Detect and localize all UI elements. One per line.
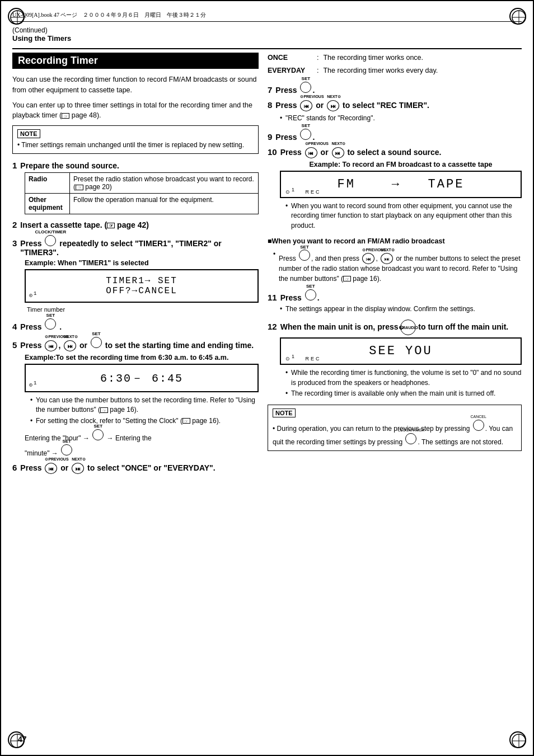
- step-3-header: 3 Press CLOCK/TIMER repeatedly to select…: [12, 235, 259, 257]
- fm-tape-display: FM → TAPE ⊙1 REC: [280, 171, 522, 198]
- step-5-title: Press ⊙PREVIOUS ⏮ , NEXT⊙ ⏭ or SET: [20, 337, 254, 351]
- step-7: 7 Press SET .: [268, 82, 522, 95]
- header-text: (Continued) Using the Timers: [12, 26, 71, 43]
- step-2-header: 2 Insert a cassette tape. (☞ page 42): [12, 220, 259, 229]
- step-3-example-label: Example: When "TIMER1" is selected: [25, 259, 259, 267]
- corner-br: [509, 731, 526, 748]
- once-label: ONCE: [268, 53, 312, 63]
- everyday-sep: :: [317, 65, 318, 76]
- right-column: ONCE : The recording timer works once. E…: [268, 53, 522, 480]
- step-6-num: 6: [12, 463, 17, 472]
- step-6-title: Press ⊙PREVIOUS ⏮ or NEXT⊙ ⏭ to select "…: [20, 463, 215, 474]
- bullet-item: While the recording timer is functioning…: [285, 368, 522, 388]
- step-1: 1 Prepare the sound source. Radio Preset…: [12, 161, 259, 214]
- note-label-right: NOTE: [273, 408, 296, 417]
- step-5-bullets: You can use the number buttons to set th…: [30, 396, 259, 426]
- step-9: 9 Press SET .: [268, 129, 522, 142]
- top-bar: UX-Q09[A].book 47 ページ ２０００４年９月６日 月曜日 午後３…: [12, 11, 522, 22]
- step-11-num: 11: [268, 293, 277, 302]
- corner-tl: [8, 8, 25, 25]
- note-text-left: • Timer settings remain unchanged until …: [17, 140, 254, 150]
- left-column: Recording Timer You can use the recordin…: [12, 53, 259, 480]
- step-4: 4 Press SET .: [12, 318, 259, 331]
- step-4-num: 4: [12, 322, 17, 331]
- step-8-title: Press ⊙PREVIOUS ⏮ or NEXT⊙ ⏭ to select "…: [275, 100, 429, 111]
- step-3-display: TIMER1→ SET OFF?→CANCEL ⊙1: [25, 269, 259, 303]
- note-box-left: NOTE • Timer settings remain unchanged u…: [12, 125, 259, 154]
- everyday-text: The recording timer works every day.: [323, 65, 438, 76]
- corner-tr: [509, 8, 526, 25]
- when-fm-bullets: Press SET , and then press ⊙PREVIOUS ⏮ ,…: [273, 250, 522, 284]
- step-10-header: 10 Press ⊙PREVIOUS ⏮ or NEXT⊙ ⏭ to selec…: [268, 147, 522, 158]
- step-12: 12 When the main unit is on, press ⏻/IAU…: [268, 320, 522, 398]
- step-8-bullets: "REC" stands for "Recording".: [280, 114, 522, 123]
- section-title: Recording Timer: [12, 53, 259, 69]
- everyday-row: EVERYDAY : The recording timer works eve…: [268, 65, 522, 76]
- step-10-num: 10: [268, 147, 277, 157]
- step-7-num: 7: [268, 85, 272, 95]
- step-7-title: Press SET .: [275, 82, 315, 95]
- bullet-item: For setting the clock, refer to "Setting…: [30, 416, 259, 426]
- bullet-item: Press SET , and then press ⊙PREVIOUS ⏮ ,…: [273, 250, 522, 284]
- table-row: Other equipment Follow the operation man…: [25, 193, 259, 214]
- top-bar-text: UX-Q09[A].book 47 ページ ２０００４年９月６日 月曜日 午後３…: [12, 11, 206, 19]
- display-line1: TIMER1→ SET: [34, 276, 250, 286]
- step-6-header: 6 Press ⊙PREVIOUS ⏮ or NEXT⊙ ⏭ to select…: [12, 463, 259, 474]
- table-row: Radio Preset the radio station whose bro…: [25, 172, 259, 193]
- step-9-header: 9 Press SET .: [268, 129, 522, 142]
- step-12-num: 12: [268, 322, 277, 331]
- header-divider: [12, 48, 522, 49]
- step-4-title: Press SET .: [20, 318, 62, 331]
- bullet-item: You can use the number buttons to set th…: [30, 396, 259, 415]
- display-box-label: Timer number: [27, 306, 259, 313]
- step-12-bullets: While the recording timer is functioning…: [285, 368, 522, 398]
- when-fm-header: ■When you want to record an FM/AM radio …: [268, 237, 445, 245]
- once-text: The recording timer works once.: [323, 53, 423, 63]
- step-1-header: 1 Prepare the sound source.: [12, 161, 259, 170]
- step-8: 8 Press ⊙PREVIOUS ⏮ or NEXT⊙ ⏭ to select…: [268, 100, 522, 123]
- step-7-header: 7 Press SET .: [268, 82, 522, 95]
- intro-text-1: You can use the recording timer function…: [12, 74, 259, 96]
- step-3: 3 Press CLOCK/TIMER repeatedly to select…: [12, 235, 259, 313]
- bullet-item: When you want to record sound from other…: [285, 201, 522, 231]
- step-1-table: Radio Preset the radio station whose bro…: [25, 172, 259, 214]
- once-row: ONCE : The recording timer works once.: [268, 53, 522, 63]
- step-3-num: 3: [12, 238, 17, 248]
- subtitle-label: Using the Timers: [12, 34, 71, 43]
- step-10-title: Press ⊙PREVIOUS ⏮ or NEXT⊙ ⏭ to select a…: [280, 147, 442, 158]
- step-5-header: 5 Press ⊙PREVIOUS ⏮ , NEXT⊙ ⏭ or SET: [12, 337, 259, 351]
- when-fm-section: ■When you want to record an FM/AM radio …: [268, 236, 522, 284]
- bullet-item: "REC" stands for "Recording".: [280, 114, 522, 123]
- step-1-title: Prepare the sound source.: [20, 161, 119, 170]
- continued-label: (Continued): [12, 26, 71, 34]
- everyday-label: EVERYDAY: [268, 65, 312, 76]
- step-12-title: When the main unit is on, press ⏻/IAUDIO…: [280, 320, 509, 335]
- see-you-display: SEE YOU ⊙1 REC: [280, 337, 522, 365]
- step-8-header: 8 Press ⊙PREVIOUS ⏮ or NEXT⊙ ⏭ to select…: [268, 100, 522, 111]
- step-11-header: 11 Press SET .: [268, 289, 522, 302]
- page-header: (Continued) Using the Timers: [12, 26, 522, 43]
- step-12-header: 12 When the main unit is on, press ⏻/IAU…: [268, 320, 522, 335]
- step-1-num: 1: [12, 161, 17, 170]
- step-2-num: 2: [12, 220, 17, 229]
- step-9-title: Press SET .: [275, 129, 315, 142]
- once-sep: :: [317, 53, 318, 63]
- note-label-left: NOTE: [17, 129, 40, 138]
- once-everyday-section: ONCE : The recording timer works once. E…: [268, 53, 522, 76]
- step-5-formula1: Entering the "hour" → SET → Entering the: [25, 429, 259, 442]
- step-10-example-title: Example: To record an FM broadcast to a …: [280, 161, 522, 168]
- note-text-right: • During operation, you can return to th…: [273, 420, 517, 448]
- display-icon-2: ⊙1: [29, 381, 38, 388]
- note-box-right: NOTE • During operation, you can return …: [268, 405, 522, 452]
- table-cell-other-label: Other equipment: [25, 193, 70, 214]
- step-8-num: 8: [268, 100, 272, 110]
- table-cell-radio-text: Preset the radio station whose broadcast…: [70, 172, 259, 193]
- step-5-display: 6:30－ 6:45 ⊙1: [25, 364, 259, 392]
- step-3-title: Press CLOCK/TIMER repeatedly to select "…: [20, 235, 259, 257]
- step-9-num: 9: [268, 132, 272, 142]
- step-11-bullets: The settings appear in the display windo…: [280, 304, 522, 314]
- step-5-example-label: Example:To set the recording time from 6…: [25, 354, 259, 361]
- step-6: 6 Press ⊙PREVIOUS ⏮ or NEXT⊙ ⏭ to select…: [12, 463, 259, 474]
- display-line2: OFF?→CANCEL: [34, 286, 250, 296]
- page-container: UX-Q09[A].book 47 ページ ２０００４年９月６日 月曜日 午後３…: [0, 0, 534, 756]
